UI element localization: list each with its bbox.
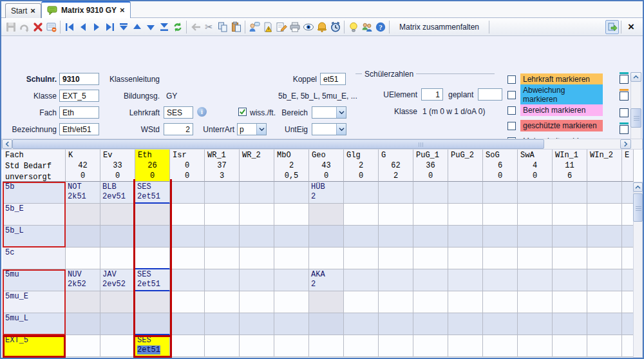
form-icon[interactable] bbox=[44, 20, 58, 34]
matrix-column-header[interactable]: SoG60 bbox=[483, 150, 518, 182]
side-checkbox[interactable] bbox=[620, 92, 629, 101]
side-checkbox[interactable] bbox=[620, 75, 629, 84]
matrix-cell[interactable]: NOT2k51 bbox=[66, 182, 100, 204]
matrix-cell[interactable] bbox=[379, 204, 413, 226]
matrix-cell[interactable]: BLB2ev51 bbox=[100, 182, 135, 204]
matrix-cell[interactable] bbox=[274, 335, 309, 357]
tab-start[interactable]: Start × bbox=[5, 3, 41, 18]
matrix-cell[interactable] bbox=[413, 204, 448, 226]
matrix-column-header[interactable]: PuG_1360 bbox=[413, 150, 448, 182]
matrix-cell[interactable] bbox=[379, 291, 413, 313]
matrix-cell[interactable] bbox=[274, 247, 309, 269]
matrix-cell[interactable] bbox=[483, 291, 518, 313]
matrix-cell[interactable] bbox=[622, 204, 634, 226]
matrix-cell[interactable] bbox=[344, 226, 379, 247]
matrix-cell[interactable] bbox=[100, 204, 135, 226]
users-icon[interactable] bbox=[360, 20, 374, 34]
wstd-field[interactable] bbox=[164, 123, 193, 135]
edit-list-icon[interactable] bbox=[274, 20, 288, 34]
form-scroll-up-icon[interactable] bbox=[630, 72, 641, 82]
tab-matrix[interactable]: Matrix 9310 GY × bbox=[41, 1, 131, 18]
matrix-cell[interactable] bbox=[135, 313, 170, 335]
matrix-cell[interactable]: NUV2k52 bbox=[66, 269, 100, 291]
matrix-cell[interactable] bbox=[587, 269, 622, 291]
matrix-cell[interactable] bbox=[344, 182, 379, 204]
matrix-cell[interactable] bbox=[100, 247, 135, 269]
matrix-cell[interactable] bbox=[448, 335, 483, 357]
matrix-cell[interactable] bbox=[309, 247, 344, 269]
matrix-cell[interactable] bbox=[344, 313, 379, 335]
matrix-cell[interactable] bbox=[518, 313, 553, 335]
matrix-cell[interactable] bbox=[135, 226, 170, 247]
koppel-field[interactable] bbox=[320, 73, 346, 85]
matrix-row-header[interactable]: 5b_L bbox=[3, 226, 66, 247]
matrix-cell[interactable] bbox=[587, 291, 622, 313]
nav-next-icon[interactable] bbox=[90, 20, 103, 34]
matrix-cell[interactable] bbox=[274, 269, 309, 291]
matrix-cell[interactable] bbox=[622, 335, 634, 357]
matrix-cell[interactable] bbox=[622, 182, 634, 204]
matrix-cell[interactable] bbox=[170, 226, 205, 247]
matrix-cell[interactable] bbox=[274, 182, 309, 204]
nav-first-icon[interactable] bbox=[62, 20, 76, 34]
matrix-cell[interactable]: AKA2 bbox=[309, 269, 344, 291]
hscroll-left-icon[interactable] bbox=[2, 139, 12, 149]
matrix-cell[interactable] bbox=[448, 182, 483, 204]
matrix-column-header[interactable]: K420 bbox=[66, 150, 100, 182]
tab-matrix-close-icon[interactable]: × bbox=[120, 7, 125, 14]
matrix-cell[interactable] bbox=[518, 247, 553, 269]
bereich-select[interactable] bbox=[312, 106, 346, 119]
matrix-cell[interactable] bbox=[240, 247, 274, 269]
matrix-cell[interactable] bbox=[379, 247, 413, 269]
matrix-cell[interactable] bbox=[518, 335, 553, 357]
matrix-cell[interactable] bbox=[66, 226, 100, 247]
matrix-cell[interactable] bbox=[379, 182, 413, 204]
matrix-cell[interactable] bbox=[518, 182, 553, 204]
matrix-cell[interactable] bbox=[622, 269, 634, 291]
matrix-cell[interactable] bbox=[587, 335, 622, 357]
matrix-cell[interactable] bbox=[622, 247, 634, 269]
matrix-vscroll-thumb[interactable] bbox=[633, 193, 643, 222]
matrix-column-header[interactable]: WR_2 bbox=[240, 150, 274, 182]
help-icon[interactable]: ? bbox=[374, 20, 387, 34]
matrix-column-header[interactable]: Eth260 bbox=[135, 150, 170, 182]
matrix-cell[interactable] bbox=[205, 204, 240, 226]
matrix-cell[interactable] bbox=[205, 335, 240, 357]
bulb-icon[interactable] bbox=[346, 20, 360, 34]
matrix-cell[interactable] bbox=[587, 313, 622, 335]
chevron-down-icon[interactable] bbox=[336, 107, 346, 118]
matrix-cell[interactable]: HÜB2 bbox=[309, 182, 344, 204]
matrix-cell[interactable] bbox=[483, 226, 518, 247]
refresh-icon[interactable] bbox=[171, 20, 184, 34]
matrix-cell[interactable] bbox=[344, 291, 379, 313]
matrix-cell[interactable] bbox=[379, 313, 413, 335]
matrix-column-header[interactable]: E bbox=[622, 150, 634, 182]
matrix-cell[interactable]: JAV2ev52 bbox=[100, 269, 135, 291]
nav-up-icon[interactable] bbox=[130, 20, 144, 34]
matrix-row-header[interactable]: 5b_E bbox=[3, 204, 66, 226]
matrix-cell[interactable] bbox=[240, 226, 274, 247]
window-close-icon[interactable]: × bbox=[623, 21, 639, 34]
matrix-cell[interactable] bbox=[483, 269, 518, 291]
matrix-column-header[interactable]: WIn_1116 bbox=[553, 150, 587, 182]
matrix-cell[interactable] bbox=[170, 182, 205, 204]
nav-down-icon[interactable] bbox=[144, 20, 157, 34]
matrix-cell[interactable] bbox=[483, 204, 518, 226]
matrix-row-header[interactable]: 5c bbox=[3, 247, 66, 269]
matrix-cell[interactable] bbox=[274, 313, 309, 335]
matrix-cell[interactable] bbox=[100, 226, 135, 247]
matrix-cell[interactable] bbox=[483, 182, 518, 204]
matrix-column-header[interactable]: G622 bbox=[379, 150, 413, 182]
lehrkraft-field[interactable] bbox=[164, 106, 193, 119]
side-checkbox[interactable] bbox=[620, 125, 629, 134]
matrix-cell[interactable] bbox=[66, 204, 100, 226]
bell-icon[interactable] bbox=[315, 20, 328, 34]
matrix-cell[interactable] bbox=[170, 313, 205, 335]
matrix-cell[interactable] bbox=[205, 291, 240, 313]
matrix-cell[interactable] bbox=[379, 226, 413, 247]
matrix-cell[interactable] bbox=[413, 335, 448, 357]
matrix-column-header[interactable]: SwA40 bbox=[518, 150, 553, 182]
matrix-column-header[interactable]: Ev330 bbox=[100, 150, 135, 182]
doc-warning-icon[interactable] bbox=[261, 20, 274, 34]
matrix-column-header[interactable]: Geo430 bbox=[309, 150, 344, 182]
